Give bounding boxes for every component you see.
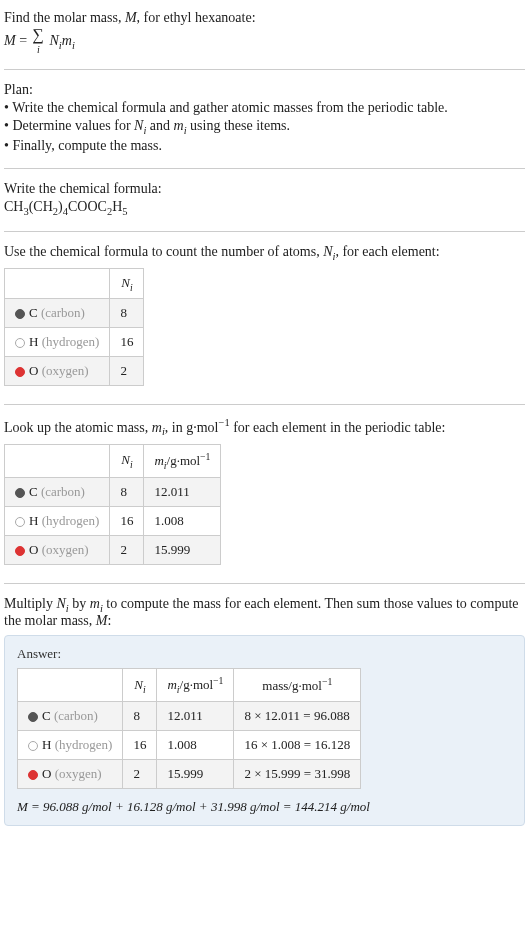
- divider: [4, 168, 525, 169]
- n-value: 8: [110, 299, 144, 328]
- intro-equation: M = ∑i Nimi: [4, 28, 525, 55]
- swatch-oxygen-icon: [15, 546, 25, 556]
- compute-m: m: [90, 596, 100, 611]
- col-m-unit: /g·mol: [167, 453, 201, 468]
- intro-text-a: Find the molar mass,: [4, 10, 125, 25]
- elem-cell: O (oxygen): [5, 357, 110, 386]
- compute-text: Multiply Ni by mi to compute the mass fo…: [4, 596, 525, 630]
- elem-cell: H (hydrogen): [18, 731, 123, 760]
- plan-bullet-1: • Write the chemical formula and gather …: [4, 100, 525, 116]
- n-value: 8: [123, 702, 157, 731]
- sum-index: i: [37, 44, 40, 55]
- table-header: Ni: [5, 268, 144, 299]
- swatch-oxygen-icon: [15, 367, 25, 377]
- table-row: H (hydrogen) 16 1.008: [5, 506, 221, 535]
- plan-b2-m: m: [174, 118, 184, 133]
- elem-name: (oxygen): [38, 542, 88, 557]
- elem-sym: H: [29, 513, 38, 528]
- n-value: 2: [123, 760, 157, 789]
- n-value: 16: [110, 506, 144, 535]
- n-value: 2: [110, 535, 144, 564]
- count-title: Use the chemical formula to count the nu…: [4, 244, 525, 262]
- col-element: [5, 268, 110, 299]
- plan-b2-end: using these items.: [187, 118, 290, 133]
- chem-section: Write the chemical formula: CH3(CH2)4COO…: [4, 177, 525, 223]
- col-n-sym: N: [121, 452, 130, 467]
- m-value: 12.011: [144, 477, 221, 506]
- masses-title-a: Look up the atomic mass,: [4, 420, 152, 435]
- m-value: 1.008: [157, 731, 234, 760]
- m-value: 15.999: [144, 535, 221, 564]
- col-n-sym: N: [134, 677, 143, 692]
- table-row: H (hydrogen) 16 1.008 16 × 1.008 = 16.12…: [18, 731, 361, 760]
- masses-table: Ni mi/g·mol−1 C (carbon) 8 12.011 H (hyd…: [4, 444, 221, 565]
- compute-b: by: [69, 596, 90, 611]
- masses-title-c: for each element in the periodic table:: [230, 420, 446, 435]
- elem-cell: O (oxygen): [18, 760, 123, 789]
- elem-name: (carbon): [51, 708, 98, 723]
- masses-title-b: , in g·mol: [165, 420, 219, 435]
- elem-cell: C (carbon): [5, 477, 110, 506]
- calc-value: 8 × 12.011 = 96.088: [234, 702, 361, 731]
- table-row: H (hydrogen) 16: [5, 328, 144, 357]
- elem-name: (oxygen): [38, 363, 88, 378]
- answer-box: Answer: Ni mi/g·mol−1 mass/g·mol−1 C (ca…: [4, 635, 525, 826]
- eq-n: N: [49, 33, 58, 48]
- sum-symbol: ∑i: [33, 28, 44, 55]
- eq-lhs: M: [4, 33, 16, 48]
- elem-cell: C (carbon): [18, 702, 123, 731]
- col-mass-exp: −1: [322, 676, 332, 687]
- elem-sym: C: [29, 484, 38, 499]
- divider: [4, 69, 525, 70]
- sigma-icon: ∑: [33, 26, 44, 43]
- col-mass-label: mass/g·mol: [262, 678, 322, 693]
- masses-title-m: m: [152, 420, 162, 435]
- col-m: mi/g·mol−1: [144, 444, 221, 477]
- elem-name: (hydrogen): [51, 737, 112, 752]
- col-m-sym: m: [154, 453, 163, 468]
- table-row: C (carbon) 8 12.011 8 × 12.011 = 96.088: [18, 702, 361, 731]
- compute-n: N: [57, 596, 66, 611]
- plan-b2-and: and: [146, 118, 173, 133]
- swatch-hydrogen-icon: [15, 338, 25, 348]
- elem-sym: C: [29, 305, 38, 320]
- elem-name: (carbon): [38, 305, 85, 320]
- plan-bullet-2: • Determine values for Ni and mi using t…: [4, 118, 525, 136]
- col-n: Ni: [110, 268, 144, 299]
- divider: [4, 404, 525, 405]
- elem-name: (oxygen): [51, 766, 101, 781]
- elem-name: (hydrogen): [38, 513, 99, 528]
- calc-value: 2 × 15.999 = 31.998: [234, 760, 361, 789]
- eq-m: m: [62, 33, 72, 48]
- compute-M: M: [96, 613, 108, 628]
- swatch-hydrogen-icon: [28, 741, 38, 751]
- plan-title: Plan:: [4, 82, 525, 98]
- n-value: 8: [110, 477, 144, 506]
- table-row: O (oxygen) 2 15.999 2 × 15.999 = 31.998: [18, 760, 361, 789]
- col-mass: mass/g·mol−1: [234, 669, 361, 702]
- compute-a: Multiply: [4, 596, 57, 611]
- compute-d: :: [107, 613, 111, 628]
- swatch-carbon-icon: [15, 309, 25, 319]
- col-n-sym: N: [121, 275, 130, 290]
- col-m-sym: m: [167, 678, 176, 693]
- m-value: 15.999: [157, 760, 234, 789]
- final-eq: = 96.088 g/mol + 16.128 g/mol + 31.998 g…: [28, 799, 370, 814]
- calc-value: 16 × 1.008 = 16.128: [234, 731, 361, 760]
- col-m-exp: −1: [213, 675, 223, 686]
- intro-line: Find the molar mass, M, for ethyl hexano…: [4, 10, 525, 26]
- swatch-carbon-icon: [15, 488, 25, 498]
- n-value: 16: [110, 328, 144, 357]
- swatch-oxygen-icon: [28, 770, 38, 780]
- eq-eq: =: [16, 33, 31, 48]
- elem-cell: C (carbon): [5, 299, 110, 328]
- final-M: M: [17, 799, 28, 814]
- col-element: [18, 669, 123, 702]
- count-section: Use the chemical formula to count the nu…: [4, 240, 525, 396]
- n-value: 16: [123, 731, 157, 760]
- col-n-sub: i: [143, 683, 146, 694]
- count-title-b: , for each element:: [335, 244, 439, 259]
- divider: [4, 231, 525, 232]
- masses-title: Look up the atomic mass, mi, in g·mol−1 …: [4, 417, 525, 437]
- swatch-carbon-icon: [28, 712, 38, 722]
